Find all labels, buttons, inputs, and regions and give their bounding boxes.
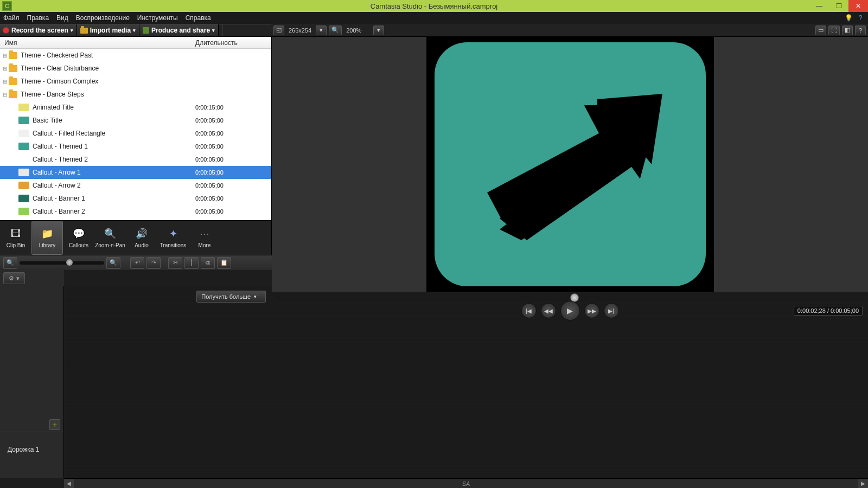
preview-dim-caret[interactable]: ▾ [316, 25, 327, 35]
library-list[interactable]: ⊞Theme - Checkered Past⊞Theme - Clear Di… [0, 49, 271, 220]
copy-button[interactable]: ⧉ [201, 257, 215, 269]
item-swatch-icon [18, 104, 29, 111]
tab-transitions[interactable]: ✦ Transitions [157, 221, 189, 255]
item-label: Callout - Banner 2 [33, 208, 195, 215]
menu-file[interactable]: Файл [3, 14, 20, 22]
zoom-slider[interactable] [20, 261, 104, 265]
timeline: ⚙ ▾ 00:00:00;0000:00:10;0000:00:20;0000:… [0, 270, 868, 488]
item-swatch-icon [18, 182, 29, 189]
theme-folder[interactable]: ⊞Theme - Checkered Past [0, 49, 271, 62]
preview-help-button[interactable]: ? [855, 25, 866, 35]
share-icon [143, 27, 149, 34]
library-item[interactable]: Callout - Themed 10:00:05;00 [0, 140, 271, 153]
tab-library[interactable]: 📁 Library [31, 221, 63, 255]
maximize-button[interactable]: ❐ [829, 0, 848, 12]
track-content[interactable] [64, 286, 868, 478]
library-item[interactable]: Callout - Wavy Rectangle0:00:05;00 [0, 218, 271, 220]
col-name[interactable]: Имя [0, 39, 195, 47]
import-media-button[interactable]: Import media▾ [77, 24, 139, 36]
theme-label: Theme - Dance Steps [21, 91, 195, 98]
menu-play[interactable]: Воспроизведение [76, 14, 130, 22]
item-swatch-icon [18, 169, 29, 176]
timeline-scrollbar[interactable]: ◀ SA ▶ [64, 478, 868, 488]
split-button[interactable]: ⎮ [184, 257, 199, 269]
item-duration: 0:00:05;00 [195, 117, 271, 124]
zoom-thumb[interactable] [66, 259, 73, 266]
library-item[interactable]: Callout - Banner 20:00:05;00 [0, 205, 271, 218]
folder-icon [9, 91, 17, 98]
library-icon: 📁 [40, 228, 55, 241]
library-item[interactable]: Animated Title0:00:15;00 [0, 101, 271, 114]
shrink-fit-button[interactable]: ◱ [273, 25, 284, 35]
theme-folder[interactable]: ⊞Theme - Clear Disturbance [0, 62, 271, 75]
zoom-out-button[interactable]: 🔍 [3, 257, 17, 269]
library-item[interactable]: Callout - Banner 10:00:05;00 [0, 192, 271, 205]
expand-icon[interactable]: ⊞ [1, 79, 9, 85]
library-item[interactable]: Callout - Filled Rectangle0:00:05;00 [0, 127, 271, 140]
minimize-button[interactable]: — [809, 0, 829, 12]
toolbar-grip[interactable] [219, 24, 223, 36]
preview-settings-button[interactable]: ◧ [842, 25, 853, 35]
item-label: Animated Title [33, 104, 195, 111]
item-duration: 0:00:05;00 [195, 208, 271, 215]
theme-folder[interactable]: ⊟Theme - Dance Steps [0, 88, 271, 101]
callout-arrow-preview [435, 42, 706, 286]
library-item[interactable]: Callout - Arrow 10:00:05;00 [0, 166, 271, 179]
add-track-button[interactable]: + [49, 419, 60, 430]
undo-button[interactable]: ↶ [130, 257, 144, 269]
menu-help[interactable]: Справка [186, 14, 211, 22]
window-title: Camtasia Studio - Безымянный.camproj [371, 2, 498, 10]
scroll-right-button[interactable]: ▶ [858, 479, 868, 488]
preview-dimensions-label: 265x254 [286, 27, 314, 34]
more-icon: ⋯ [197, 228, 212, 241]
zoom-icon: 🔍 [103, 228, 118, 241]
tool-tabs: 🎞 Clip Bin 📁 Library 💬 Callouts 🔍 Zoom-n… [0, 220, 271, 255]
transitions-icon: ✦ [165, 228, 181, 241]
record-screen-button[interactable]: Record the screen▾ [0, 24, 77, 36]
produce-share-button[interactable]: Produce and share▾ [139, 24, 219, 36]
track-label-1[interactable]: Дорожка 1 [0, 432, 63, 466]
redo-button[interactable]: ↷ [146, 257, 161, 269]
expand-icon[interactable]: ⊟ [1, 92, 9, 98]
item-swatch-icon [18, 156, 29, 163]
theme-folder[interactable]: ⊞Theme - Crimson Complex [0, 75, 271, 88]
col-duration[interactable]: Длительность [195, 39, 271, 47]
paste-button[interactable]: 📋 [217, 257, 231, 269]
library-item[interactable]: Callout - Arrow 20:00:05;00 [0, 179, 271, 192]
scroll-left-button[interactable]: ◀ [64, 479, 74, 488]
menu-edit[interactable]: Правка [27, 14, 49, 22]
library-item[interactable]: Basic Title0:00:05;00 [0, 114, 271, 127]
preview-fullscreen-button[interactable]: ⛶ [828, 25, 840, 35]
expand-icon[interactable]: ⊞ [1, 66, 9, 72]
preview-detach-button[interactable]: ▭ [815, 25, 826, 35]
theme-label: Theme - Checkered Past [21, 52, 195, 59]
preview-canvas[interactable] [272, 37, 868, 292]
tab-callouts[interactable]: 💬 Callouts [63, 221, 94, 255]
tab-audio[interactable]: 🔊 Audio [126, 221, 157, 255]
item-label: Callout - Banner 1 [33, 195, 195, 202]
item-duration: 0:00:05;00 [195, 130, 271, 137]
tips-icon[interactable]: 💡 [844, 14, 853, 22]
expand-icon[interactable]: ⊞ [1, 53, 9, 59]
timeline-options-button[interactable]: ⚙ ▾ [3, 272, 25, 284]
cut-button[interactable]: ✂ [168, 257, 182, 269]
close-button[interactable]: ✕ [848, 0, 868, 12]
tab-zoom[interactable]: 🔍 Zoom-n-Pan [94, 221, 126, 255]
library-item[interactable]: Callout - Themed 20:00:05;00 [0, 153, 271, 166]
help-icon[interactable]: ? [856, 14, 865, 22]
record-icon [3, 28, 9, 33]
titlebar: C Camtasia Studio - Безымянный.camproj —… [0, 0, 868, 12]
preview-zoom-caret[interactable]: ▾ [373, 25, 384, 35]
zoom-in-button[interactable]: 🔍 [106, 257, 120, 269]
library-header: Имя Длительность [0, 37, 271, 49]
menu-view[interactable]: Вид [56, 14, 68, 22]
tab-clipbin[interactable]: 🎞 Clip Bin [0, 221, 31, 255]
menu-tools[interactable]: Инструменты [137, 14, 178, 22]
theme-label: Theme - Clear Disturbance [21, 65, 195, 72]
get-more-button[interactable]: Получить больше [196, 291, 266, 303]
item-label: Callout - Arrow 2 [33, 182, 195, 189]
tab-more[interactable]: ⋯ More [189, 221, 220, 255]
audio-icon: 🔊 [134, 228, 149, 241]
library-pane: Имя Длительность ⊞Theme - Checkered Past… [0, 37, 271, 255]
zoom-search-icon[interactable]: 🔍 [329, 25, 342, 35]
